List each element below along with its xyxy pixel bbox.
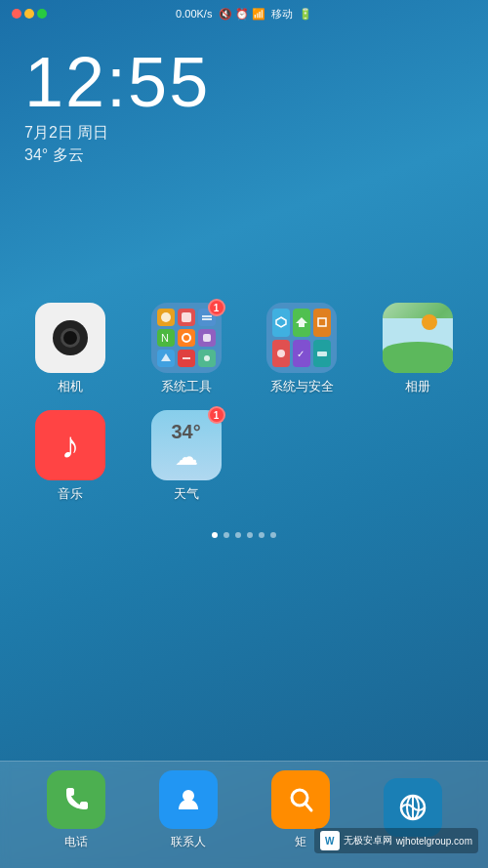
syssec-icon: ✓ (266, 303, 337, 373)
app-grid: 相机 N (0, 166, 488, 503)
date-display: 7月2日 周日 (24, 123, 464, 144)
album-hill (383, 342, 453, 373)
mini-icon-8 (178, 350, 195, 367)
svg-rect-8 (183, 357, 190, 359)
camera-icon (35, 303, 105, 373)
app-album[interactable]: 相册 (367, 303, 468, 395)
systools-badge: 1 (208, 299, 225, 316)
sec-mini-2 (293, 309, 310, 337)
searchapp-label: 矩 (295, 834, 306, 850)
sec-mini-6 (313, 340, 331, 368)
svg-rect-14 (317, 351, 327, 356)
phone-svg (61, 784, 92, 815)
sec-mini-5: ✓ (293, 340, 310, 368)
camera-lens (53, 320, 88, 355)
page-dots (0, 532, 488, 538)
syssec-folder-grid: ✓ (266, 303, 337, 373)
carrier: 移动 (271, 8, 293, 20)
page-dot-1[interactable] (212, 532, 218, 538)
dot-red (12, 9, 21, 19)
album-sun (422, 314, 437, 330)
status-center-info: 0.00K/s 🔇 ⏰ 📶 移动 🔋 (176, 7, 312, 21)
app-systools[interactable]: N (136, 303, 237, 395)
systools-icon-wrapper: N (151, 303, 222, 373)
weather-label: 天气 (174, 485, 199, 503)
dot-green (37, 9, 47, 19)
svg-marker-10 (296, 317, 307, 327)
music-note-icon: ♪ (61, 425, 79, 467)
svg-marker-7 (161, 353, 171, 361)
svg-rect-6 (203, 334, 211, 342)
searchapp-svg (285, 784, 316, 815)
watermark-url: wjhotelgroup.com (396, 836, 472, 847)
time-section: 12:55 7月2日 周日 34° 多云 (0, 27, 488, 166)
phone-icon (47, 770, 105, 829)
weather-display: 34° 多云 (24, 145, 464, 166)
watermark-text: 无极安卓网 (344, 834, 392, 847)
contacts-svg (173, 784, 204, 815)
page-dot-6[interactable] (270, 532, 276, 538)
weather-cloud-icon: ☁ (175, 443, 198, 471)
mini-icon-2 (178, 309, 195, 326)
weather-badge: 1 (208, 406, 225, 424)
mini-icon-1 (157, 309, 175, 326)
watermark: W 无极安卓网 wjhotelgroup.com (314, 828, 478, 853)
sec-mini-1 (272, 309, 290, 337)
svg-rect-3 (202, 318, 212, 320)
status-bar: 0.00K/s 🔇 ⏰ 📶 移动 🔋 (0, 0, 488, 27)
dot-yellow (24, 9, 34, 19)
svg-rect-11 (318, 318, 326, 326)
album-label: 相册 (405, 378, 430, 395)
album-icon (383, 303, 453, 373)
page-dot-3[interactable] (235, 532, 241, 538)
dock-phone[interactable]: 电话 (47, 770, 105, 850)
mini-icon-4: N (157, 329, 175, 347)
music-label: 音乐 (58, 485, 83, 503)
svg-point-0 (161, 312, 171, 322)
syssec-icon-wrapper: ✓ (266, 303, 337, 373)
svg-text:✓: ✓ (297, 349, 305, 359)
sec-mini-4 (272, 340, 290, 368)
weather-temp-display: 34° (172, 421, 201, 443)
app-weather[interactable]: 34° ☁ 1 天气 (136, 410, 237, 503)
watermark-logo: W (320, 831, 340, 850)
music-icon-wrapper: ♪ (35, 410, 105, 480)
searchapp-icon (271, 770, 330, 829)
app-camera[interactable]: 相机 (20, 303, 121, 395)
dock-contacts[interactable]: 联系人 (159, 770, 218, 850)
contacts-label: 联系人 (171, 834, 206, 850)
weather-icon-wrapper: 34° ☁ 1 (151, 410, 222, 480)
status-dots (12, 9, 47, 19)
time-display: 12:55 (24, 47, 464, 117)
syssec-label: 系统与安全 (270, 378, 334, 395)
page-dot-5[interactable] (259, 532, 264, 538)
camera-label: 相机 (58, 378, 83, 395)
album-icon-wrapper (383, 303, 453, 373)
camera-icon-wrapper (35, 303, 105, 373)
page-dot-2[interactable] (224, 532, 229, 538)
systools-label: 系统工具 (161, 378, 212, 395)
contacts-icon (159, 770, 218, 829)
mini-icon-9 (198, 350, 216, 367)
sec-mini-3 (313, 309, 331, 337)
svg-point-12 (277, 350, 285, 357)
browser-svg (397, 792, 428, 823)
mini-icon-6 (198, 329, 216, 347)
mini-icon-5 (178, 329, 195, 347)
phone-label: 电话 (64, 834, 88, 850)
mini-icon-7 (157, 350, 175, 367)
network-speed: 0.00K/s (176, 8, 212, 20)
svg-point-5 (183, 334, 190, 342)
app-syssec[interactable]: ✓ 系统与安全 (252, 303, 353, 395)
svg-line-17 (305, 804, 311, 810)
app-music[interactable]: ♪ 音乐 (20, 410, 121, 503)
camera-lens-inner (61, 328, 80, 348)
page-dot-4[interactable] (247, 532, 253, 538)
svg-rect-1 (182, 312, 191, 322)
svg-rect-2 (202, 315, 212, 317)
svg-point-9 (204, 355, 210, 361)
svg-text:N: N (161, 332, 169, 344)
music-icon: ♪ (35, 410, 105, 480)
